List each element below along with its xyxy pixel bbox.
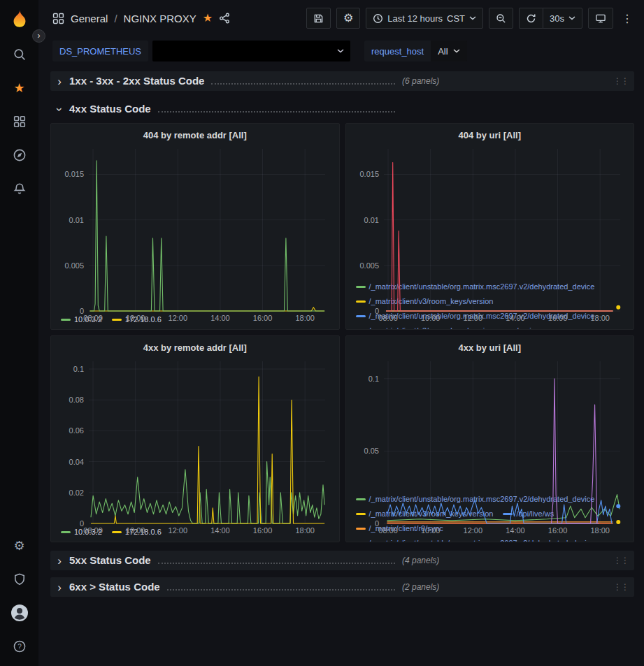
tv-mode-button[interactable] (588, 8, 613, 29)
row-panel-count: (4 panels) (402, 556, 439, 565)
chevron-down-icon (337, 49, 344, 53)
row-6xx-status-code[interactable]: › 6xx > Status Code (2 panels) ⋮⋮ (50, 577, 634, 597)
row-drag-handle[interactable]: ⋮⋮ (613, 76, 629, 86)
admin-shield-icon[interactable] (6, 565, 34, 593)
zoom-out-button[interactable] (489, 8, 513, 29)
sidebar: ★ ⚙ ? (0, 0, 38, 666)
breadcrumb: General / NGINX PROXY ★ (52, 13, 230, 24)
chevron-down-icon (568, 16, 575, 20)
row-panel-count: (6 panels) (402, 76, 439, 86)
refresh-group: 30s (519, 8, 582, 29)
panel-grid: 404 by remote addr [All] 08:0010:0012:00… (50, 123, 634, 542)
dashboard-settings-button[interactable]: ⚙ (336, 8, 360, 29)
chevron-right-icon: › (56, 75, 63, 87)
svg-text:16:00: 16:00 (253, 314, 273, 322)
timeseries-chart: 08:0010:0012:0014:0016:0018:0000.050.1 (353, 356, 627, 536)
gear-icon: ⚙ (13, 540, 24, 552)
monitor-icon (595, 13, 606, 24)
svg-text:08:00: 08:00 (378, 526, 398, 535)
save-dashboard-button[interactable] (306, 8, 331, 29)
refresh-interval-dropdown[interactable]: 30s (543, 8, 582, 29)
row-drag-handle[interactable]: ⋮⋮ (613, 582, 629, 592)
svg-text:10:00: 10:00 (420, 526, 440, 535)
variable-datasource-label[interactable]: DS_PROMETHEUS (52, 41, 148, 61)
row-dotted-leader (158, 563, 395, 564)
panel-title[interactable]: 4xx by uri [All] (353, 340, 627, 356)
chevron-right-icon: › (56, 555, 63, 567)
row-dotted-leader (158, 111, 395, 113)
panel-4xx-by-uri: 4xx by uri [All] 08:0010:0012:0014:0016:… (345, 335, 635, 542)
svg-text:08:00: 08:00 (83, 314, 103, 322)
svg-text:0: 0 (374, 519, 378, 528)
legend-item[interactable]: /_matrix/client/unstable/org.matrix.msc2… (356, 538, 595, 542)
row-5xx-status-code[interactable]: › 5xx Status Code (4 panels) ⋮⋮ (50, 551, 634, 570)
svg-text:16:00: 16:00 (253, 526, 273, 535)
refresh-interval-label: 30s (550, 13, 564, 24)
starred-dashboards-icon[interactable]: ★ (6, 74, 34, 102)
chevron-down-icon (453, 49, 460, 53)
svg-text:18:00: 18:00 (590, 314, 610, 322)
request-host-dropdown[interactable]: All (431, 41, 466, 61)
floppy-save-icon (313, 13, 324, 24)
refresh-button[interactable] (519, 8, 543, 29)
variables-bar: DS_PROMETHEUS request_host All (38, 36, 644, 70)
sidebar-expand-button[interactable]: › (32, 29, 45, 43)
svg-text:0.005: 0.005 (359, 261, 379, 270)
time-range-label: Last 12 hours (387, 13, 443, 24)
row-title: 5xx Status Code (69, 554, 151, 566)
gear-icon: ⚙ (343, 13, 353, 24)
chevron-down-icon (469, 16, 476, 20)
alerting-bell-icon[interactable] (6, 175, 34, 203)
help-icon[interactable]: ? (6, 632, 34, 660)
chevron-right-icon: › (38, 31, 41, 41)
refresh-icon (526, 13, 536, 24)
favorite-star-icon[interactable]: ★ (203, 13, 213, 24)
explore-compass-icon[interactable] (6, 141, 34, 169)
legend-label: /sw.js (516, 326, 535, 330)
variable-request-host-label[interactable]: request_host (364, 41, 431, 61)
panel-404-by-remote-addr: 404 by remote addr [All] 08:0010:0012:00… (50, 123, 340, 330)
svg-text:08:00: 08:00 (83, 526, 103, 535)
breadcrumb-section[interactable]: General (71, 13, 108, 24)
svg-text:0: 0 (374, 307, 378, 315)
legend-item[interactable]: /_matrix/client/v3/room_keys/version (356, 326, 494, 330)
server-admin-gear-icon[interactable]: ⚙ (6, 532, 34, 560)
chart-404-by-uri: 08:0010:0012:0014:0016:0018:0000.0050.01… (353, 143, 627, 280)
timeseries-chart: 08:0010:0012:0014:0016:0018:0000.020.040… (58, 356, 332, 536)
row-1xx-3xx-2xx-status-code[interactable]: › 1xx - 3xx - 2xx Status Code (6 panels)… (50, 71, 634, 91)
svg-text:18:00: 18:00 (295, 314, 315, 322)
dashboard-title[interactable]: NGINX PROXY (124, 13, 196, 24)
grafana-logo-icon[interactable] (9, 8, 30, 29)
clock-icon (373, 13, 383, 24)
svg-text:0.015: 0.015 (359, 170, 379, 178)
dashboard-body: › 1xx - 3xx - 2xx Status Code (6 panels)… (38, 70, 644, 666)
svg-text:12:00: 12:00 (463, 314, 482, 322)
star-icon: ★ (13, 80, 24, 96)
panel-title[interactable]: 4xx by remote addr [All] (58, 340, 332, 356)
dashboard-header: General / NGINX PROXY ★ ⚙ Last 12 hours … (38, 0, 644, 36)
kebab-menu-icon[interactable]: ⋮ (619, 12, 636, 25)
time-range-picker[interactable]: Last 12 hours CST (366, 8, 483, 29)
panel-title[interactable]: 404 by remote addr [All] (58, 128, 332, 143)
svg-text:10:00: 10:00 (420, 314, 440, 322)
panel-title[interactable]: 404 by uri [All] (353, 128, 627, 143)
search-icon[interactable] (6, 41, 34, 68)
row-title: 1xx - 3xx - 2xx Status Code (69, 75, 204, 87)
svg-text:0.06: 0.06 (69, 426, 84, 435)
legend-item[interactable]: /sw.js (503, 326, 535, 330)
row-drag-handle[interactable]: ⋮⋮ (613, 556, 629, 565)
row-4xx-status-code[interactable]: › 4xx Status Code (50, 99, 634, 119)
svg-text:0.02: 0.02 (69, 488, 84, 497)
datasource-dropdown[interactable] (152, 41, 350, 61)
legend-label: /_matrix/client/unstable/org.matrix.msc2… (369, 538, 595, 542)
svg-text:?: ? (17, 643, 22, 651)
dashboards-icon[interactable] (6, 108, 34, 136)
timeseries-chart: 08:0010:0012:0014:0016:0018:0000.0050.01… (353, 143, 627, 324)
share-icon[interactable] (219, 13, 230, 24)
svg-text:0: 0 (80, 519, 84, 528)
svg-text:18:00: 18:00 (295, 526, 315, 535)
panel-4xx-by-remote-addr: 4xx by remote addr [All] 08:0010:0012:00… (50, 335, 340, 542)
svg-text:16:00: 16:00 (548, 526, 567, 535)
row-title: 6xx > Status Code (69, 581, 160, 593)
user-avatar[interactable] (6, 599, 34, 627)
